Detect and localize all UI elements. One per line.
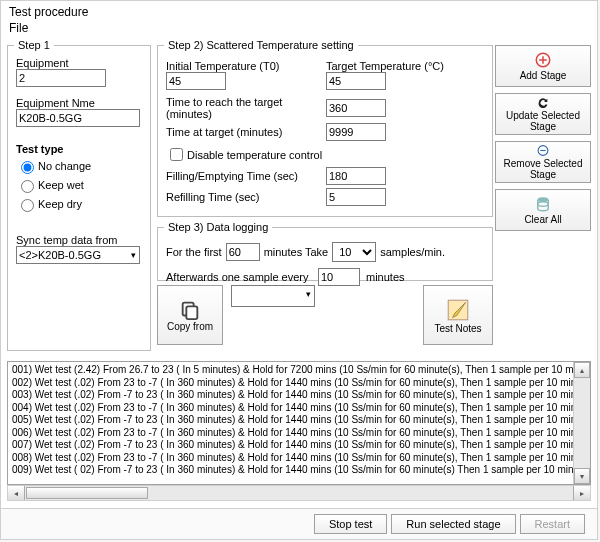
- radio-keep-wet-row[interactable]: Keep wet: [16, 177, 142, 193]
- log-line[interactable]: 005) Wet test (.02) From -7 to 23 ( In 3…: [12, 414, 569, 427]
- minus-circle-icon: [534, 144, 552, 157]
- equipment-name-field[interactable]: [16, 109, 140, 127]
- scroll-right-icon[interactable]: ▸: [573, 486, 590, 500]
- after-value-field[interactable]: [318, 268, 360, 286]
- radio-no-change[interactable]: [21, 161, 34, 174]
- log-line[interactable]: 001) Wet test (2.42) From 26.7 to 23 ( I…: [12, 364, 569, 377]
- radio-keep-dry-label: Keep dry: [38, 198, 82, 210]
- time-at-target-field[interactable]: [326, 123, 386, 141]
- bottom-bar: Stop test Run selected stage Restart: [1, 508, 597, 539]
- log-line[interactable]: 006) Wet test (.02) From 23 to -7 ( In 3…: [12, 427, 569, 440]
- time-reach-label: Time to reach the target (minutes): [166, 96, 326, 120]
- step1-legend: Step 1: [14, 39, 54, 51]
- scroll-thumb[interactable]: [26, 487, 148, 499]
- log-line[interactable]: 008) Wet test (.02) From 23 to -7 ( In 3…: [12, 452, 569, 465]
- mid-actions: Copy from Test Notes: [157, 285, 493, 349]
- initial-temp-field[interactable]: [166, 72, 226, 90]
- scroll-up-icon[interactable]: ▴: [574, 362, 590, 378]
- step3-legend: Step 3) Data logging: [164, 221, 272, 233]
- side-buttons: Add Stage Update Selected Stage Remove S…: [495, 45, 591, 231]
- log-line[interactable]: 004) Wet test (.02) From 23 to -7 ( In 3…: [12, 402, 569, 415]
- svg-rect-5: [186, 306, 197, 319]
- horizontal-scrollbar[interactable]: ◂ ▸: [7, 485, 591, 501]
- chevron-down-icon[interactable]: [129, 248, 136, 260]
- refresh-icon: [534, 96, 552, 109]
- update-stage-button[interactable]: Update Selected Stage: [495, 93, 591, 135]
- radio-no-change-label: No change: [38, 160, 91, 172]
- sync-combo[interactable]: [16, 246, 140, 264]
- copy-from-combo[interactable]: [231, 285, 315, 307]
- restart-button[interactable]: Restart: [520, 514, 585, 534]
- disable-temp-checkbox[interactable]: [170, 148, 183, 161]
- step2-group: Step 2) Scattered Temperature setting In…: [157, 39, 493, 217]
- plus-circle-icon: [534, 51, 552, 69]
- test-notes-button[interactable]: Test Notes: [423, 285, 493, 345]
- client-area: Step 1 Equipment Equipment Nme Test type…: [1, 39, 597, 509]
- take-combo[interactable]: 10: [332, 242, 376, 262]
- test-notes-label: Test Notes: [434, 323, 481, 334]
- update-stage-label: Update Selected Stage: [498, 111, 588, 132]
- add-stage-button[interactable]: Add Stage: [495, 45, 591, 87]
- add-stage-label: Add Stage: [520, 71, 567, 82]
- first-minutes-field[interactable]: [226, 243, 260, 261]
- remove-stage-button[interactable]: Remove Selected Stage: [495, 141, 591, 183]
- vertical-scrollbar[interactable]: ▴ ▾: [573, 362, 590, 484]
- time-reach-field[interactable]: [326, 99, 386, 117]
- equipment-name-label: Equipment Nme: [16, 97, 142, 109]
- sync-label: Sync temp data from: [16, 234, 142, 246]
- database-icon: [534, 195, 552, 213]
- window-title: Test procedure: [1, 1, 597, 19]
- menubar: File: [1, 19, 597, 39]
- log-text[interactable]: 001) Wet test (2.42) From 26.7 to 23 ( I…: [8, 362, 573, 484]
- scroll-down-icon[interactable]: ▾: [574, 468, 590, 484]
- radio-keep-dry-row[interactable]: Keep dry: [16, 196, 142, 212]
- disable-temp-label: Disable temperature control: [187, 149, 322, 161]
- refill-time-field[interactable]: [326, 188, 386, 206]
- fill-time-field[interactable]: [326, 167, 386, 185]
- refill-time-label: Refilling Time (sec): [166, 191, 326, 203]
- log-line[interactable]: 007) Wet test (.02) From -7 to 23 ( In 3…: [12, 439, 569, 452]
- target-temp-field[interactable]: [326, 72, 386, 90]
- radio-keep-wet-label: Keep wet: [38, 179, 84, 191]
- app-window: Test procedure File Step 1 Equipment Equ…: [0, 0, 598, 540]
- step2-legend: Step 2) Scattered Temperature setting: [164, 39, 358, 51]
- equipment-label: Equipment: [16, 57, 142, 69]
- clear-all-button[interactable]: Clear All: [495, 189, 591, 231]
- scroll-track[interactable]: [149, 486, 573, 500]
- initial-temp-label: Initial Temperature (T0): [166, 60, 326, 72]
- first-mid-label: minutes Take: [264, 246, 329, 258]
- log-line[interactable]: 002) Wet test (.02) From 23 to -7 ( In 3…: [12, 377, 569, 390]
- copy-from-label: Copy from: [167, 321, 213, 332]
- time-at-target-label: Time at target (minutes): [166, 126, 326, 138]
- test-type-label: Test type: [16, 143, 142, 155]
- log-line[interactable]: 003) Wet test (.02) From -7 to 23 ( In 3…: [12, 389, 569, 402]
- first-pre-label: For the first: [166, 246, 222, 258]
- equipment-field[interactable]: [16, 69, 106, 87]
- remove-stage-label: Remove Selected Stage: [498, 159, 588, 180]
- log-line[interactable]: 009) Wet test ( 02) From -7 to 23 ( In 3…: [12, 464, 569, 477]
- after-post-label: minutes: [366, 271, 405, 283]
- stop-test-button[interactable]: Stop test: [314, 514, 387, 534]
- copy-icon: [179, 299, 201, 321]
- menu-file[interactable]: File: [9, 21, 28, 35]
- radio-no-change-row[interactable]: No change: [16, 158, 142, 174]
- first-post-label: samples/min.: [380, 246, 445, 258]
- radio-keep-wet[interactable]: [21, 180, 34, 193]
- scroll-left-icon[interactable]: ◂: [8, 486, 25, 500]
- step1-group: Step 1 Equipment Equipment Nme Test type…: [7, 39, 151, 351]
- copy-from-button[interactable]: Copy from: [157, 285, 223, 345]
- run-selected-stage-button[interactable]: Run selected stage: [391, 514, 515, 534]
- target-temp-label: Target Temperature (°C): [326, 60, 444, 72]
- clear-all-label: Clear All: [524, 215, 561, 226]
- radio-keep-dry[interactable]: [21, 199, 34, 212]
- notes-icon: [445, 297, 471, 323]
- log-listbox[interactable]: 001) Wet test (2.42) From 26.7 to 23 ( I…: [7, 361, 591, 485]
- after-pre-label: Afterwards one sample every: [166, 271, 312, 283]
- svg-point-3: [538, 202, 549, 207]
- step3-group: Step 3) Data logging For the first minut…: [157, 221, 493, 281]
- chevron-down-icon[interactable]: [304, 287, 311, 299]
- fill-time-label: Filling/Emptying Time (sec): [166, 170, 326, 182]
